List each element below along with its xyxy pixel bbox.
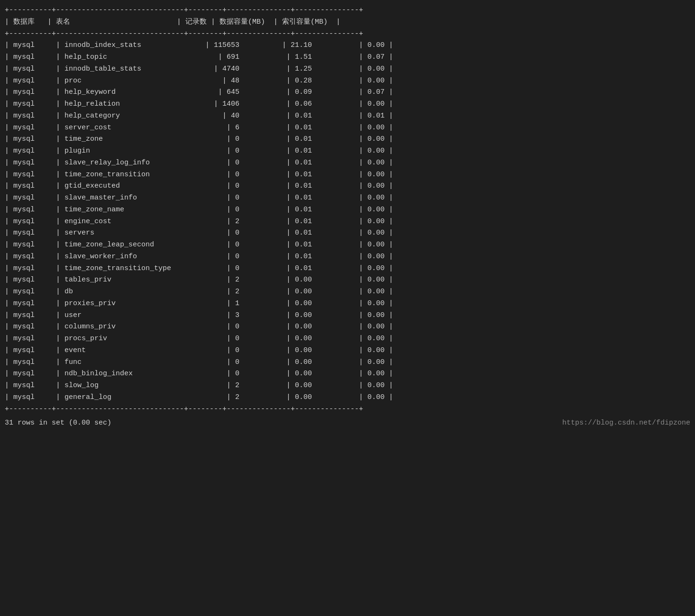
footer-area: 31 rows in set (0.00 sec) https://blog.c… (0, 415, 695, 427)
table-output: +----------+----------------------------… (0, 5, 695, 415)
terminal: +----------+----------------------------… (0, 0, 695, 432)
row-count: 31 rows in set (0.00 sec) (5, 419, 111, 427)
url-label: https://blog.csdn.net/fdipzone (562, 419, 690, 427)
